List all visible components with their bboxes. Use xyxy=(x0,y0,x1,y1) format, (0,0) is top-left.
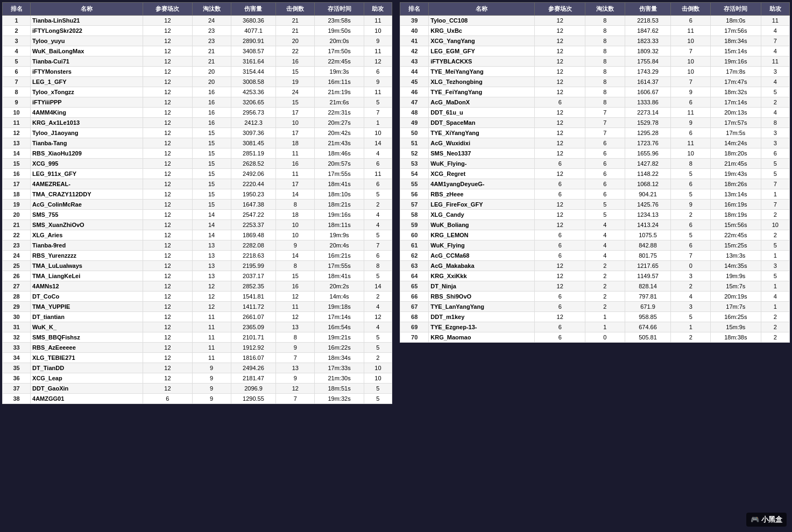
data-cell: 14 xyxy=(192,210,231,220)
data-cell: 2101.71 xyxy=(231,332,276,343)
rank-cell: 35 xyxy=(3,363,31,373)
data-cell: 7 xyxy=(364,240,392,251)
data-cell: 6 xyxy=(671,128,710,138)
data-cell: 24 xyxy=(276,87,315,97)
data-cell: 16m:54s xyxy=(315,322,364,332)
name-cell: KRG_UxBc xyxy=(429,26,535,36)
name-cell: iFTYiiiPPP xyxy=(31,97,143,108)
data-cell: 8 xyxy=(585,46,625,56)
data-cell: 1217.65 xyxy=(625,261,671,271)
name-cell: SMS_XuanZhiOvO xyxy=(31,220,143,230)
name-cell: XLG_Candy xyxy=(429,210,535,220)
right-header-name: 名称 xyxy=(429,3,535,16)
data-cell: 10 xyxy=(276,220,315,230)
name-cell: iFTYMonsters xyxy=(31,67,143,77)
data-cell: 6 xyxy=(364,67,392,77)
data-cell: 17m:14s xyxy=(315,312,364,322)
rank-cell: 2 xyxy=(3,26,31,36)
data-cell: 5 xyxy=(671,312,710,322)
data-cell: 6 xyxy=(671,97,710,108)
table-row: 61WuK_Flying64842.88615m:25s5 xyxy=(400,240,790,251)
table-row: 52SMS_Neo13371261655.961018m:20s6 xyxy=(400,148,790,159)
data-cell: 12 xyxy=(143,16,193,26)
data-cell: 12 xyxy=(143,189,193,200)
name-cell: SMS_Neo1337 xyxy=(429,148,535,159)
data-cell: 6 xyxy=(535,240,585,251)
data-cell: 15m:14s xyxy=(710,46,761,56)
rank-cell: 59 xyxy=(400,220,429,230)
table-row: 60KRG_LEMON641075.5522m:45s2 xyxy=(400,230,790,240)
data-cell: 12 xyxy=(143,322,193,332)
data-cell: 2 xyxy=(761,332,789,343)
table-row: 64KRG_XxiKkk1221149.57319m:9s5 xyxy=(400,271,790,281)
data-cell: 19m:16s xyxy=(315,210,364,220)
table-row: 28DT_CoCo12121541.811214m:4s2 xyxy=(3,292,392,302)
data-cell: 10 xyxy=(761,220,789,230)
data-cell: 6 xyxy=(364,179,392,189)
data-cell: 1413.24 xyxy=(625,220,671,230)
data-cell: 11 xyxy=(364,169,392,179)
data-cell: 14m:24s xyxy=(710,138,761,148)
data-cell: 16 xyxy=(276,281,315,292)
name-cell: Tianba-Cui71 xyxy=(31,56,143,67)
data-cell: 5 xyxy=(761,87,789,97)
data-cell: 11 xyxy=(192,343,231,353)
rank-cell: 47 xyxy=(400,97,429,108)
data-cell: 1541.81 xyxy=(231,292,276,302)
data-cell: 5 xyxy=(671,230,710,240)
rank-cell: 61 xyxy=(400,240,429,251)
data-cell: 8 xyxy=(276,200,315,210)
data-cell: 6 xyxy=(671,220,710,230)
rank-cell: 3 xyxy=(3,36,31,46)
table-row: 42LEG_EGM_GFY1281809.32715m:14s4 xyxy=(400,46,790,56)
data-cell: 14 xyxy=(192,230,231,240)
data-cell: 20m:0s xyxy=(315,36,364,46)
name-cell: RBS_AzEeeeee xyxy=(31,343,143,353)
rank-cell: 27 xyxy=(3,281,31,292)
data-cell: 1912.92 xyxy=(231,343,276,353)
data-cell: 7 xyxy=(761,179,789,189)
data-cell: 10 xyxy=(276,118,315,128)
data-cell: 16m:25s xyxy=(710,312,761,322)
data-cell: 18m:46s xyxy=(315,148,364,159)
data-cell: 3 xyxy=(761,261,789,271)
data-cell: 2 xyxy=(671,210,710,220)
data-cell: 21 xyxy=(192,56,231,67)
rank-cell: 17 xyxy=(3,179,31,189)
rank-cell: 39 xyxy=(400,16,429,26)
rank-cell: 53 xyxy=(400,159,429,169)
data-cell: 22m:31s xyxy=(315,108,364,118)
rank-cell: 56 xyxy=(400,189,429,200)
name-cell: iFTYLongSkr2022 xyxy=(31,26,143,36)
data-cell: 2661.07 xyxy=(231,312,276,322)
right-header-assist: 助攻 xyxy=(761,3,789,16)
data-cell: 16m:19s xyxy=(710,200,761,210)
data-cell: 2218.53 xyxy=(625,16,671,26)
table-row: 5Tianba-Cui7112213161.641622m:45s12 xyxy=(3,56,392,67)
name-cell: KRG_Ax1Le1013 xyxy=(31,118,143,128)
rank-cell: 37 xyxy=(3,384,31,394)
data-cell: 10 xyxy=(671,148,710,159)
data-cell: 11 xyxy=(192,332,231,343)
data-cell: 6 xyxy=(535,322,585,332)
data-cell: 12 xyxy=(143,230,193,240)
data-cell: 11 xyxy=(671,138,710,148)
rank-cell: 16 xyxy=(3,169,31,179)
table-row: 50TYE_XiYangYang1271295.28617m:5s3 xyxy=(400,128,790,138)
data-cell: 2181.47 xyxy=(231,373,276,384)
data-cell: 5 xyxy=(364,230,392,240)
data-cell: 12 xyxy=(143,353,193,363)
rank-cell: 10 xyxy=(3,108,31,118)
data-cell: 4077.1 xyxy=(231,26,276,36)
rank-cell: 41 xyxy=(400,36,429,46)
data-cell: 1606.67 xyxy=(625,87,671,97)
data-cell: 2282.08 xyxy=(231,240,276,251)
data-cell: 1 xyxy=(761,251,789,261)
name-cell: TMA_LuLualways xyxy=(31,261,143,271)
data-cell: 11 xyxy=(761,16,789,26)
table-row: 21SMS_XuanZhiOvO12142253.371018m:11s4 xyxy=(3,220,392,230)
left-table-wrapper: 排名 名称 参赛场次 淘汰数 伤害量 击倒数 存活时间 助攻 1Tianba-L… xyxy=(2,2,392,404)
data-cell: 1655.96 xyxy=(625,148,671,159)
data-cell: 842.88 xyxy=(625,240,671,251)
data-cell: 4 xyxy=(761,46,789,56)
